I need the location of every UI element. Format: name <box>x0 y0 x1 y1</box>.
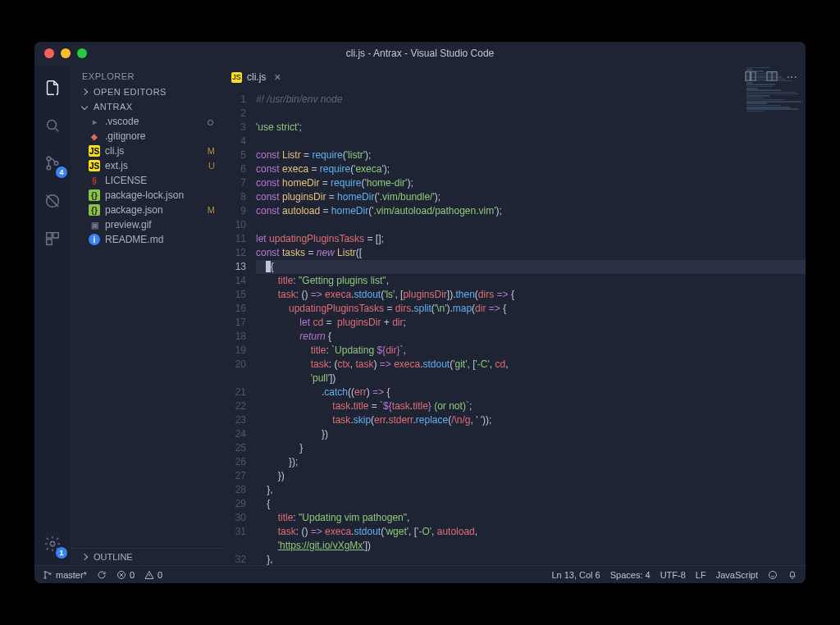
md-icon: i <box>89 234 100 245</box>
code-editor[interactable]: 1234567891011121314151617181920 21222324… <box>223 89 806 565</box>
scm-tab-icon[interactable]: 4 <box>34 145 71 181</box>
file-tree: ▸.vscode◆.gitignoreJScli.jsMJSext.jsU§LI… <box>71 114 223 247</box>
maximize-window-button[interactable] <box>77 48 87 58</box>
git-branch[interactable]: master* <box>43 570 87 580</box>
close-window-button[interactable] <box>44 48 54 58</box>
compare-icon[interactable] <box>744 70 757 85</box>
editor-area: JS cli.js × ··· <box>223 65 806 565</box>
js-icon: JS <box>89 160 100 171</box>
line-gutter: 1234567891011121314151617181920 21222324… <box>223 89 256 565</box>
debug-tab-icon[interactable] <box>34 183 71 219</box>
close-tab-icon[interactable]: × <box>274 71 281 84</box>
sidebar-title: EXPLORER <box>71 65 223 84</box>
cursor-position[interactable]: Ln 13, Col 6 <box>551 570 600 580</box>
open-editors-section[interactable]: OPEN EDITORS <box>71 84 223 99</box>
eol[interactable]: LF <box>696 570 706 580</box>
tab-label: cli.js <box>247 71 266 83</box>
code-content[interactable]: #! /usr/bin/env node 'use strict'; const… <box>256 89 806 565</box>
titlebar: cli.js - Antrax - Visual Studio Code <box>34 42 806 65</box>
svg-rect-7 <box>47 240 52 244</box>
vcs-status: M <box>208 205 215 215</box>
activity-bar: 4 1 <box>34 65 71 565</box>
js-icon: JS <box>89 145 100 157</box>
svg-point-8 <box>50 541 55 546</box>
file-package-json[interactable]: {}package.jsonM <box>71 203 223 217</box>
indentation[interactable]: Spaces: 4 <box>610 570 651 580</box>
status-bar: master* 0 0 Ln 13, Col 6 Spaces: 4 UTF-8… <box>34 565 806 583</box>
svg-rect-10 <box>751 71 755 80</box>
svg-rect-5 <box>47 233 52 238</box>
vscode-window: cli.js - Antrax - Visual Studio Code 4 <box>34 42 806 583</box>
file-cli-js[interactable]: JScli.jsM <box>71 144 223 158</box>
vcs-status <box>208 120 213 125</box>
language-mode[interactable]: JavaScript <box>716 570 758 580</box>
json-icon: {} <box>89 189 100 201</box>
svg-point-2 <box>47 166 51 170</box>
json-icon: {} <box>89 204 100 216</box>
svg-rect-6 <box>53 233 58 238</box>
lic-icon: § <box>89 175 100 186</box>
file-LICENSE[interactable]: §LICENSE <box>71 173 223 188</box>
svg-point-0 <box>48 121 57 130</box>
notifications-bell-icon[interactable] <box>788 570 797 580</box>
vcs-status: M <box>208 146 215 156</box>
settings-badge: 1 <box>56 547 67 559</box>
file-package-lock-json[interactable]: {}package-lock.json <box>71 188 223 203</box>
more-actions-icon[interactable]: ··· <box>787 71 797 84</box>
svg-point-1 <box>47 157 51 161</box>
project-section[interactable]: ANTRAX <box>71 99 223 114</box>
javascript-icon: JS <box>231 72 242 83</box>
traffic-lights <box>44 48 87 58</box>
svg-point-12 <box>44 571 46 573</box>
settings-gear-icon[interactable]: 1 <box>34 526 71 562</box>
minimize-window-button[interactable] <box>61 48 71 58</box>
problems-warnings[interactable]: 0 <box>144 570 162 580</box>
feedback-smiley-icon[interactable] <box>768 570 778 580</box>
sidebar: EXPLORER OPEN EDITORS ANTRAX ▸.vscode◆.g… <box>71 65 223 565</box>
outline-section[interactable]: OUTLINE <box>71 548 223 565</box>
svg-point-3 <box>54 162 58 166</box>
file-README-md[interactable]: iREADME.md <box>71 232 223 247</box>
file--vscode[interactable]: ▸.vscode <box>71 114 223 129</box>
file-ext-js[interactable]: JSext.jsU <box>71 158 223 173</box>
svg-point-16 <box>769 571 777 578</box>
folder-icon: ▸ <box>89 116 100 127</box>
file-preview-gif[interactable]: ▣preview.gif <box>71 217 223 232</box>
scm-badge: 4 <box>56 167 67 178</box>
svg-point-13 <box>44 577 46 578</box>
search-tab-icon[interactable] <box>34 107 71 144</box>
img-icon: ▣ <box>89 219 100 230</box>
vcs-status: U <box>208 161 215 171</box>
window-title: cli.js - Antrax - Visual Studio Code <box>34 48 806 59</box>
explorer-tab-icon[interactable] <box>34 70 71 106</box>
tab-bar: JS cli.js × ··· <box>223 65 806 89</box>
svg-rect-9 <box>746 71 750 80</box>
extensions-tab-icon[interactable] <box>34 221 71 257</box>
git-icon: ◆ <box>89 130 100 142</box>
problems-errors[interactable]: 0 <box>116 570 135 580</box>
split-editor-icon[interactable] <box>765 70 778 85</box>
file--gitignore[interactable]: ◆.gitignore <box>71 129 223 144</box>
sync-button[interactable] <box>97 570 107 580</box>
encoding[interactable]: UTF-8 <box>660 570 686 580</box>
tab-cli-js[interactable]: JS cli.js × <box>223 65 290 89</box>
